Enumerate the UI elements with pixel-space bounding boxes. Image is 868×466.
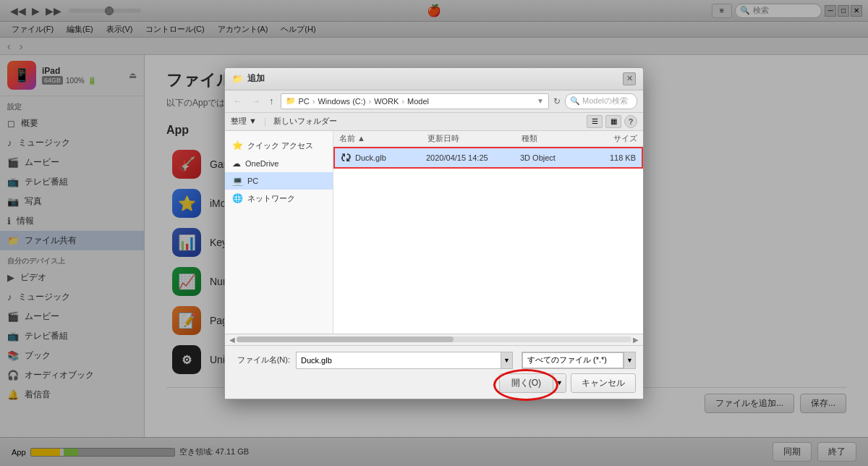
dialog-second-toolbar: 整理 ▼ | 新しいフォルダー ☰ ▦ ? (225, 113, 643, 131)
quickaccess-icon: ⭐ (232, 140, 243, 151)
filetype-select[interactable]: すべてのファイル (*.*) (522, 352, 624, 368)
nav-pane-onedrive[interactable]: ☁ OneDrive (225, 155, 333, 172)
nav-pane-quickaccess-label: クイック アクセス (247, 140, 313, 151)
dialog-scroll-bar: ◀ ▶ (225, 334, 643, 345)
path-sep-1: › (312, 97, 315, 106)
cancel-button[interactable]: キャンセル (571, 373, 636, 393)
filetype-container[interactable]: すべてのファイル (*.*) ▼ (522, 352, 636, 369)
col-name-label: 名前 (339, 133, 355, 144)
new-folder-button[interactable]: 新しいフォルダー (273, 116, 337, 127)
col-name[interactable]: 名前 ▲ (339, 133, 427, 144)
path-icon: 📁 (286, 96, 296, 106)
path-part-work: WORK (374, 97, 399, 106)
col-size-label: サイズ (613, 134, 637, 143)
duck-file-icon: 🗘 (341, 152, 351, 164)
pc-icon: 💻 (232, 176, 243, 186)
filename-input[interactable]: Duck.glb (297, 352, 501, 368)
dialog-path-bar[interactable]: 📁 PC › Windows (C:) › WORK › Model ▼ (281, 93, 550, 109)
dialog-title-text: 追加 (247, 72, 265, 85)
dialog-title-bar: 📁 追加 ✕ (225, 68, 643, 90)
dialog-title-icon: 📁 (232, 74, 243, 84)
dialog-refresh-button[interactable]: ↻ (553, 96, 561, 106)
path-part-model: Model (407, 97, 429, 106)
col-date-label: 更新日時 (427, 134, 459, 143)
duck-filename: Duck.glb (355, 153, 426, 162)
col-size[interactable]: サイズ (587, 133, 637, 144)
duck-size: 118 KB (585, 153, 636, 162)
sort-icon: ▲ (357, 134, 365, 143)
scroll-track[interactable] (237, 336, 631, 342)
dialog-back-button[interactable]: ← (231, 94, 244, 108)
open-button-group[interactable]: 開く(O) ▼ (499, 373, 566, 393)
dialog-forward-button[interactable]: → (249, 94, 263, 108)
dialog-search-box[interactable]: 🔍 Modelの検索 (565, 93, 637, 109)
scroll-left-btn[interactable]: ◀ (228, 336, 237, 344)
filetype-dropdown-btn[interactable]: ▼ (624, 352, 635, 368)
view-buttons: ☰ ▦ ? (587, 115, 637, 128)
filename-label: ファイル名(N): (232, 355, 290, 365)
col-date[interactable]: 更新日時 (427, 133, 522, 144)
path-part-windows: Windows (C:) (318, 97, 365, 106)
duck-date: 2020/04/15 14:25 (426, 153, 520, 162)
dialog-close-button[interactable]: ✕ (623, 72, 636, 85)
file-list-header: 名前 ▲ 更新日時 種類 サイズ (333, 131, 643, 147)
scroll-right-btn[interactable]: ▶ (631, 336, 640, 344)
dialog-action-row: 開く(O) ▼ キャンセル (232, 373, 636, 393)
open-btn-wrapper: 開く(O) ▼ (499, 373, 566, 393)
filename-input-container[interactable]: Duck.glb ▼ (296, 352, 513, 369)
open-button[interactable]: 開く(O) (500, 374, 553, 392)
dialog-search-icon: 🔍 (570, 96, 580, 106)
file-dialog: 📁 追加 ✕ ← → ↑ 📁 PC › Windows (C:) › WORK … (224, 67, 644, 399)
onedrive-icon: ☁ (232, 158, 241, 169)
col-type[interactable]: 種類 (522, 133, 587, 144)
dialog-file-pane: 名前 ▲ 更新日時 種類 サイズ 🗘 Duck.glb (333, 131, 643, 334)
organize-button[interactable]: 整理 ▼ (231, 116, 257, 127)
nav-pane-quickaccess[interactable]: ⭐ クイック アクセス (225, 137, 333, 155)
nav-pane-pc[interactable]: 💻 PC (225, 172, 333, 190)
dialog-overlay: 📁 追加 ✕ ← → ↑ 📁 PC › Windows (C:) › WORK … (0, 0, 868, 466)
nav-pane-network-label: ネットワーク (247, 193, 295, 204)
path-dropdown-icon[interactable]: ▼ (537, 97, 544, 105)
open-btn-dropdown[interactable]: ▼ (553, 374, 566, 392)
dialog-body: ⭐ クイック アクセス ☁ OneDrive 💻 PC 🌐 ネットワーク (225, 131, 643, 334)
path-part-pc: PC (299, 97, 310, 106)
filename-dropdown-btn[interactable]: ▼ (501, 352, 512, 368)
scroll-thumb[interactable] (237, 336, 454, 342)
list-view-button[interactable]: ☰ (587, 115, 603, 128)
dialog-up-button[interactable]: ↑ (267, 94, 276, 108)
details-view-button[interactable]: ▦ (605, 115, 621, 128)
network-icon: 🌐 (232, 193, 243, 203)
dialog-nav-pane: ⭐ クイック アクセス ☁ OneDrive 💻 PC 🌐 ネットワーク (225, 131, 333, 334)
path-sep-3: › (401, 97, 404, 106)
nav-pane-onedrive-label: OneDrive (245, 159, 278, 168)
dialog-toolbar: ← → ↑ 📁 PC › Windows (C:) › WORK › Model… (225, 90, 643, 113)
duck-type: 3D Object (520, 153, 585, 162)
nav-pane-pc-label: PC (247, 177, 258, 185)
nav-pane-network[interactable]: 🌐 ネットワーク (225, 190, 333, 208)
help-button[interactable]: ? (624, 115, 637, 128)
path-sep-2: › (368, 97, 371, 106)
col-type-label: 種類 (522, 134, 537, 143)
dialog-bottom: ファイル名(N): Duck.glb ▼ すべてのファイル (*.*) ▼ 開く… (225, 345, 643, 399)
file-row-duck[interactable]: 🗘 Duck.glb 2020/04/15 14:25 3D Object 11… (333, 147, 643, 169)
filename-row: ファイル名(N): Duck.glb ▼ すべてのファイル (*.*) ▼ (232, 352, 636, 369)
dialog-search-placeholder: Modelの検索 (582, 96, 628, 106)
